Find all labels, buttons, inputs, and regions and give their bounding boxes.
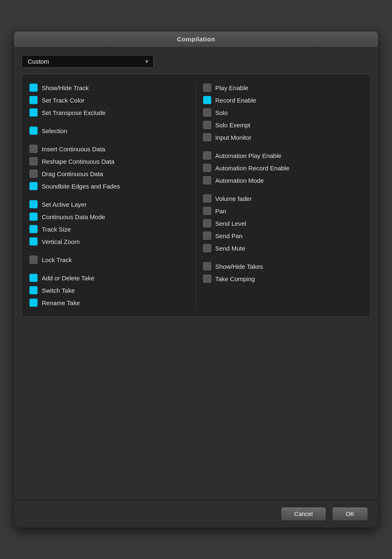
label-drag-continuous-data: Drag Continuous Data xyxy=(42,170,103,177)
label-set-transpose-exclude: Set Transpose Exclude xyxy=(42,109,105,116)
checkbox-vertical-zoom[interactable] xyxy=(29,237,38,246)
spacer xyxy=(203,186,363,192)
item-send-pan[interactable]: Send Pan xyxy=(203,229,363,242)
label-show-hide-takes: Show/Hide Takes xyxy=(215,263,263,270)
item-lock-track[interactable]: Lock Track xyxy=(29,253,189,266)
item-rename-take[interactable]: Rename Take xyxy=(29,296,189,309)
checkbox-add-delete-take[interactable] xyxy=(29,274,38,282)
checkbox-solo-exempt[interactable] xyxy=(203,121,211,129)
ok-button[interactable]: OK xyxy=(332,507,368,521)
checkbox-insert-continuous-data[interactable] xyxy=(29,145,38,153)
item-send-mute[interactable]: Send Mute xyxy=(203,242,363,254)
item-send-level[interactable]: Send Level xyxy=(203,217,363,229)
item-automation-play-enable[interactable]: Automation Play Enable xyxy=(203,149,363,162)
checkbox-reshape-continuous-data[interactable] xyxy=(29,157,38,165)
checkbox-send-level[interactable] xyxy=(203,219,211,227)
checkbox-track-size[interactable] xyxy=(29,225,38,233)
item-play-enable[interactable]: Play Enable xyxy=(203,81,363,94)
checkbox-send-pan[interactable] xyxy=(203,232,211,240)
left-column: Show/Hide TrackSet Track ColorSet Transp… xyxy=(29,81,196,309)
item-volume-fader[interactable]: Volume fader xyxy=(203,192,363,205)
preset-dropdown-area: Custom ▼ xyxy=(22,55,370,68)
label-send-mute: Send Mute xyxy=(215,245,246,252)
label-solo-exempt: Solo Exempt xyxy=(215,122,251,129)
spacer xyxy=(203,254,363,260)
item-add-delete-take[interactable]: Add or Delete Take xyxy=(29,272,189,284)
label-vertical-zoom: Vertical Zoom xyxy=(42,238,80,245)
checkbox-automation-play-enable[interactable] xyxy=(203,151,211,160)
item-pan[interactable]: Pan xyxy=(203,205,363,217)
item-reshape-continuous-data[interactable]: Reshape Continuous Data xyxy=(29,155,189,167)
item-switch-take[interactable]: Switch Take xyxy=(29,284,189,296)
dialog-content: Custom ▼ Show/Hide TrackSet Track ColorS… xyxy=(14,48,378,500)
item-set-active-layer[interactable]: Set Active Layer xyxy=(29,198,189,210)
checkbox-send-mute[interactable] xyxy=(203,244,211,252)
checkbox-drag-continuous-data[interactable] xyxy=(29,170,38,178)
item-solo-exempt[interactable]: Solo Exempt xyxy=(203,119,363,131)
checkbox-automation-mode[interactable] xyxy=(203,176,211,184)
checkbox-input-monitor[interactable] xyxy=(203,133,211,141)
checkbox-continuous-data-mode[interactable] xyxy=(29,213,38,221)
label-set-active-layer: Set Active Layer xyxy=(42,201,86,208)
label-input-monitor: Input Monitor xyxy=(215,134,252,141)
label-record-enable: Record Enable xyxy=(215,97,256,104)
label-send-pan: Send Pan xyxy=(215,232,243,239)
label-set-track-color: Set Track Color xyxy=(42,97,84,104)
options-panel: Show/Hide TrackSet Track ColorSet Transp… xyxy=(22,74,370,317)
label-pan: Pan xyxy=(215,208,227,215)
item-vertical-zoom[interactable]: Vertical Zoom xyxy=(29,235,189,248)
item-input-monitor[interactable]: Input Monitor xyxy=(203,131,363,143)
checkbox-lock-track[interactable] xyxy=(29,256,38,264)
item-automation-mode[interactable]: Automation Mode xyxy=(203,174,363,186)
checkbox-volume-fader[interactable] xyxy=(203,194,211,203)
checkbox-take-comping[interactable] xyxy=(203,275,211,283)
spacer xyxy=(29,137,189,143)
checkbox-automation-record-enable[interactable] xyxy=(203,164,211,172)
item-track-size[interactable]: Track Size xyxy=(29,223,189,235)
checkbox-set-track-color[interactable] xyxy=(29,96,38,104)
spacer xyxy=(29,192,189,198)
label-volume-fader: Volume fader xyxy=(215,195,252,202)
cancel-button[interactable]: Cancel xyxy=(281,507,327,521)
label-automation-mode: Automation Mode xyxy=(215,177,264,184)
item-soundbite-edges-fades[interactable]: Soundbite Edges and Fades xyxy=(29,180,189,192)
item-selection[interactable]: Selection xyxy=(29,124,189,137)
spacer xyxy=(29,119,189,124)
label-track-size: Track Size xyxy=(42,226,71,233)
item-show-hide-track[interactable]: Show/Hide Track xyxy=(29,81,189,94)
checkbox-switch-take[interactable] xyxy=(29,286,38,294)
checkbox-selection[interactable] xyxy=(29,127,38,135)
checkbox-record-enable[interactable] xyxy=(203,96,211,104)
checkbox-pan[interactable] xyxy=(203,207,211,215)
checkbox-play-enable[interactable] xyxy=(203,84,211,92)
checkbox-set-active-layer[interactable] xyxy=(29,200,38,208)
label-continuous-data-mode: Continuous Data Mode xyxy=(42,213,105,220)
title-bar: Compilation xyxy=(14,31,378,48)
spacer xyxy=(203,143,363,149)
label-solo: Solo xyxy=(215,109,228,116)
item-solo[interactable]: Solo xyxy=(203,106,363,119)
item-show-hide-takes[interactable]: Show/Hide Takes xyxy=(203,260,363,272)
label-send-level: Send Level xyxy=(215,220,246,227)
item-set-transpose-exclude[interactable]: Set Transpose Exclude xyxy=(29,106,189,119)
item-insert-continuous-data[interactable]: Insert Continuous Data xyxy=(29,143,189,155)
checkbox-soundbite-edges-fades[interactable] xyxy=(29,182,38,190)
item-automation-record-enable[interactable]: Automation Record Enable xyxy=(203,162,363,174)
label-play-enable: Play Enable xyxy=(215,84,249,91)
label-lock-track: Lock Track xyxy=(42,256,72,263)
checkbox-show-hide-takes[interactable] xyxy=(203,262,211,270)
label-soundbite-edges-fades: Soundbite Edges and Fades xyxy=(42,183,120,190)
item-take-comping[interactable]: Take Comping xyxy=(203,272,363,285)
label-automation-record-enable: Automation Record Enable xyxy=(215,165,289,172)
preset-dropdown[interactable]: Custom ▼ xyxy=(22,55,154,68)
checkbox-show-hide-track[interactable] xyxy=(29,84,38,92)
checkbox-rename-take[interactable] xyxy=(29,299,38,307)
item-record-enable[interactable]: Record Enable xyxy=(203,94,363,106)
spacer xyxy=(29,248,189,253)
compilation-dialog: Compilation Custom ▼ Show/Hide TrackSet … xyxy=(14,31,378,528)
item-set-track-color[interactable]: Set Track Color xyxy=(29,94,189,106)
item-continuous-data-mode[interactable]: Continuous Data Mode xyxy=(29,210,189,223)
checkbox-solo[interactable] xyxy=(203,108,211,117)
item-drag-continuous-data[interactable]: Drag Continuous Data xyxy=(29,167,189,180)
checkbox-set-transpose-exclude[interactable] xyxy=(29,108,38,117)
